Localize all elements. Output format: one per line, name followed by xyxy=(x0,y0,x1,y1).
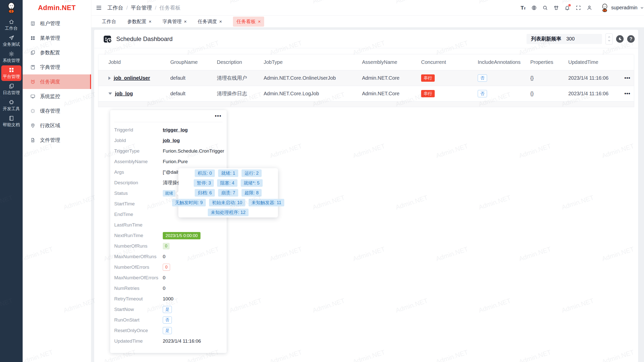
admin-net-app: 工作台业务测试系统管理平台管理日志管理开发工具帮助文档 Admin.NET 租户… xyxy=(0,0,644,362)
row-actions-button[interactable]: ••• xyxy=(624,75,630,81)
job-id-link[interactable]: job_onlineUser xyxy=(114,75,150,81)
tab-task-schedule[interactable]: 任务调度× xyxy=(198,18,222,25)
cell-updated-time: 2023/1/4 11:16:06 xyxy=(568,91,624,97)
detail-field-row: StartNow是 xyxy=(114,304,223,315)
fullscreen-button[interactable] xyxy=(573,2,584,13)
menu-item-cache-mgmt[interactable]: 缓存管理 xyxy=(23,104,91,118)
language-button[interactable] xyxy=(529,2,540,13)
concurrent-tag: 串行 xyxy=(421,90,435,97)
search-button[interactable] xyxy=(540,2,551,13)
detail-field-value: 是 xyxy=(163,327,172,334)
sidebar-item-platform-mgmt[interactable]: 平台管理 xyxy=(1,65,21,81)
menu-item-system-monitor[interactable]: 系统监控 xyxy=(23,89,91,104)
detail-field-label: LastRunTime xyxy=(114,222,163,228)
cell-properties: {} xyxy=(530,91,568,97)
table-row[interactable]: job_logdefault清理操作日志Admin.NET.Core.LogJo… xyxy=(98,86,634,102)
app-name: Admin.NET xyxy=(23,0,91,16)
user-icon xyxy=(587,5,592,11)
column-header: Properties xyxy=(530,59,568,65)
font-size-button[interactable]: Tт xyxy=(517,2,529,13)
detail-field-label: ResetOnlyOnce xyxy=(114,328,163,333)
close-icon[interactable]: × xyxy=(149,19,151,24)
detail-field-row: RunOnStart否 xyxy=(114,315,223,325)
menu-collapse-icon[interactable] xyxy=(96,5,102,11)
menu-item-dict-mgmt[interactable]: 字典管理 xyxy=(23,60,91,74)
home-icon xyxy=(9,19,14,25)
notification-bell-button[interactable] xyxy=(562,2,573,13)
detail-field-value: 0 xyxy=(163,243,170,249)
sidebar-item-workbench[interactable]: 工作台 xyxy=(1,17,21,33)
close-icon[interactable]: × xyxy=(258,19,261,24)
sidebar-item-system-mgmt[interactable]: 系统管理 xyxy=(1,49,21,65)
sidebar-item-help-docs[interactable]: 帮助文档 xyxy=(1,114,21,129)
collapse-row-icon[interactable] xyxy=(108,93,112,95)
status-legend-badge: 就绪: 1 xyxy=(218,169,238,177)
menu-item-menu-mgmt[interactable]: 菜单管理 xyxy=(23,31,91,45)
status-legend-badge: 暂停: 3 xyxy=(194,179,214,187)
detail-field-row: ResetOnlyOnce是 xyxy=(114,325,223,336)
dark-mode-button[interactable] xyxy=(616,35,624,43)
menu-item-task-schedule[interactable]: 任务调度 xyxy=(23,74,91,89)
detail-field-value[interactable]: job_log xyxy=(163,138,180,143)
user-menu[interactable]: superadmin xyxy=(601,3,644,12)
expand-row-icon[interactable] xyxy=(108,76,111,80)
sidebar-item-business-test[interactable]: 业务测试 xyxy=(1,33,21,49)
sidebar-item-log-mgmt[interactable]: 日志管理 xyxy=(1,81,21,97)
detail-field-row: RetryTimeout1000 xyxy=(114,294,223,304)
search-icon xyxy=(542,5,548,11)
close-icon[interactable]: × xyxy=(184,19,187,24)
detail-actions-button[interactable]: ••• xyxy=(215,113,223,119)
close-icon[interactable]: × xyxy=(219,19,222,24)
status-legend-row: 归档: 6崩溃: 7超限: 8 xyxy=(181,189,275,197)
detail-field-label: Args xyxy=(114,169,163,175)
job-id-link[interactable]: job_log xyxy=(115,91,133,97)
help-button[interactable]: ? xyxy=(627,35,635,43)
cell-description: 清理操作日志 xyxy=(217,90,264,97)
include-annotations-tag: 否 xyxy=(478,74,487,82)
tab-label: 参数配置 xyxy=(127,18,146,25)
tab-dict-mgmt[interactable]: 字典管理× xyxy=(163,18,187,25)
chevron-down-icon xyxy=(640,6,644,10)
theme-button[interactable] xyxy=(551,2,562,13)
tab-label: 任务调度 xyxy=(198,18,217,25)
app-logo[interactable] xyxy=(0,0,23,16)
chip-icon xyxy=(9,99,14,105)
menu-item-tenant-mgmt[interactable]: 租户管理 xyxy=(23,16,91,31)
tab-task-board[interactable]: 任务看板× xyxy=(233,17,264,27)
status-legend-row: 积压: 0就绪: 1运行: 2 xyxy=(181,169,275,177)
detail-field-row: MaxNumberOfRuns0 xyxy=(114,251,223,262)
sidebar-item-label: 系统管理 xyxy=(3,58,20,63)
sidebar-item-dev-tools[interactable]: 开发工具 xyxy=(1,98,21,113)
card-header-actions: 列表刷新频率 300 ? xyxy=(527,33,635,44)
table-row[interactable]: job_onlineUserdefault清理在线用户Admin.NET.Cor… xyxy=(98,70,634,86)
column-header: UpdatedTime xyxy=(568,59,624,65)
breadcrumb-item[interactable]: 工作台 xyxy=(107,4,123,11)
detail-field-value: 否 xyxy=(163,316,172,324)
detail-field-label: MaxNumberOfRuns xyxy=(114,254,163,259)
row-actions-button[interactable]: ••• xyxy=(624,91,630,96)
breadcrumb-item[interactable]: 平台管理 xyxy=(131,4,152,11)
detail-field-value: 1000 xyxy=(163,296,173,301)
user-button[interactable] xyxy=(584,2,595,13)
refresh-rate-input[interactable]: 列表刷新频率 300 xyxy=(527,34,602,44)
detail-field-label: JobId xyxy=(114,138,163,143)
detail-field-row: JobIdjob_log xyxy=(114,135,223,146)
copy-icon xyxy=(30,50,35,55)
table-header-row: JobIdGroupNameDescriptionJobTypeAssembly… xyxy=(98,54,634,70)
detail-field-row: NumberOfRuns0 xyxy=(114,241,223,251)
menu-item-file-mgmt[interactable]: 文件管理 xyxy=(23,133,91,147)
detail-field-value: Furion.Pure xyxy=(163,159,188,164)
column-header: IncludeAnnotations xyxy=(478,59,530,65)
tab-param-config[interactable]: 参数配置× xyxy=(127,18,151,25)
detail-field-label: NextRunTime xyxy=(114,233,163,238)
detail-field-label: TriggerType xyxy=(114,148,163,154)
menu-item-param-config[interactable]: 参数配置 xyxy=(23,45,91,60)
include-annotations-tag: 否 xyxy=(478,90,487,97)
trigger-detail-panel: ••• TriggerIdtrigger_logJobIdjob_logTrig… xyxy=(110,110,227,353)
grid-icon xyxy=(9,67,14,73)
page-title: Schedule Dashboard xyxy=(116,35,173,42)
menu-item-admin-region[interactable]: 行政区域 xyxy=(23,118,91,133)
tab-workbench[interactable]: 工作台 xyxy=(102,18,116,25)
detail-field-value[interactable]: trigger_log xyxy=(163,127,188,132)
refresh-rate-stepper[interactable] xyxy=(606,33,613,44)
